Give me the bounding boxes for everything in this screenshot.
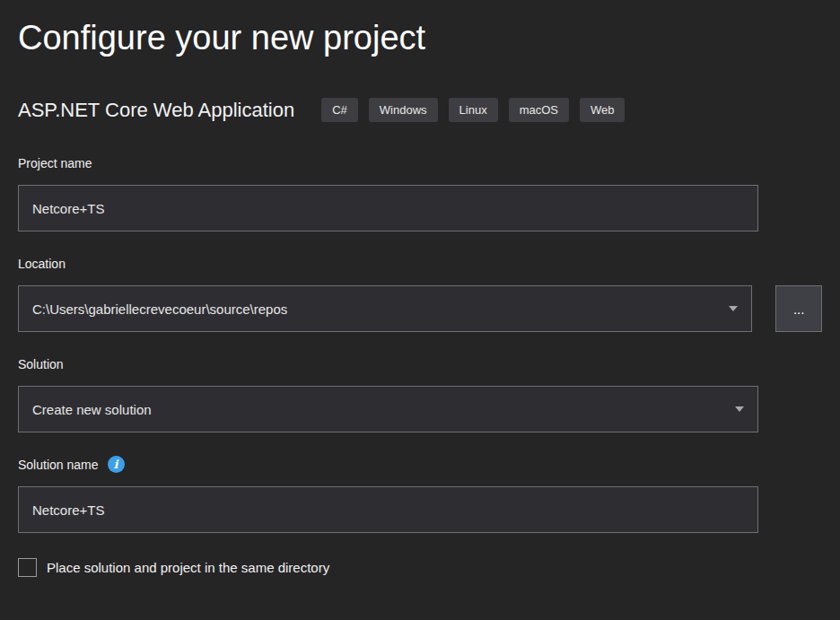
location-row: C:\Users\gabriellecrevecoeur\source\repo… bbox=[18, 285, 822, 332]
tag-linux: Linux bbox=[449, 98, 498, 122]
tag-macos: macOS bbox=[509, 98, 569, 122]
solution-field: Solution Create new solution bbox=[18, 355, 822, 432]
same-directory-checkbox[interactable] bbox=[18, 558, 37, 577]
solution-value: Create new solution bbox=[32, 402, 152, 417]
location-combobox[interactable]: C:\Users\gabriellecrevecoeur\source\repo… bbox=[18, 285, 752, 332]
solution-name-field: Solution name i bbox=[18, 456, 822, 533]
info-icon[interactable]: i bbox=[108, 456, 125, 473]
solution-label: Solution bbox=[18, 355, 822, 372]
solution-combobox[interactable]: Create new solution bbox=[18, 386, 758, 432]
project-name-input[interactable] bbox=[18, 185, 758, 231]
same-directory-row: Place solution and project in the same d… bbox=[18, 558, 822, 577]
tag-windows: Windows bbox=[369, 98, 438, 122]
chevron-down-icon[interactable] bbox=[735, 406, 744, 412]
configure-project-dialog: Configure your new project ASP.NET Core … bbox=[0, 0, 840, 577]
tag-web: Web bbox=[580, 98, 626, 122]
location-field: Location C:\Users\gabriellecrevecoeur\so… bbox=[18, 255, 822, 332]
location-value: C:\Users\gabriellecrevecoeur\source\repo… bbox=[32, 301, 287, 317]
page-title: Configure your new project bbox=[18, 16, 822, 60]
solution-name-label-text: Solution name bbox=[18, 458, 99, 472]
solution-name-label: Solution name i bbox=[18, 456, 822, 473]
location-label: Location bbox=[18, 255, 822, 272]
project-name-field: Project name bbox=[18, 154, 822, 231]
chevron-down-icon[interactable] bbox=[729, 306, 738, 311]
same-directory-label[interactable]: Place solution and project in the same d… bbox=[47, 560, 329, 575]
project-name-label: Project name bbox=[18, 154, 822, 171]
solution-name-input[interactable] bbox=[18, 486, 758, 533]
browse-button[interactable]: ... bbox=[775, 285, 822, 332]
template-info-row: ASP.NET Core Web Application C# Windows … bbox=[18, 98, 822, 122]
template-name: ASP.NET Core Web Application bbox=[18, 99, 294, 122]
tag-csharp: C# bbox=[321, 98, 358, 122]
